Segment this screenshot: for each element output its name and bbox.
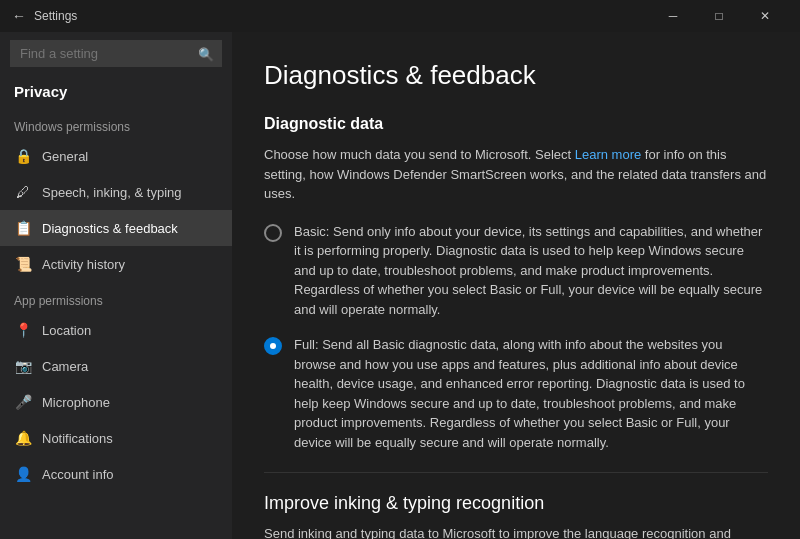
diagnostics-icon: 📋 — [14, 220, 32, 236]
location-icon: 📍 — [14, 322, 32, 338]
back-button[interactable]: ← — [12, 8, 26, 24]
minimize-button[interactable]: ─ — [650, 0, 696, 32]
main-content: Diagnostics & feedback Diagnostic data C… — [232, 32, 800, 539]
sidebar-item-label-general: General — [42, 149, 88, 164]
camera-icon: 📷 — [14, 358, 32, 374]
section1-desc: Choose how much data you send to Microso… — [264, 145, 768, 204]
general-icon: 🔒 — [14, 148, 32, 164]
title-bar-left: ← Settings — [12, 8, 77, 24]
account-icon: 👤 — [14, 466, 32, 482]
sidebar-item-label-location: Location — [42, 323, 91, 338]
sidebar-item-microphone[interactable]: 🎤 Microphone — [0, 384, 232, 420]
title-bar-controls: ─ □ ✕ — [650, 0, 788, 32]
sidebar-item-label-diagnostics: Diagnostics & feedback — [42, 221, 178, 236]
notifications-icon: 🔔 — [14, 430, 32, 446]
section1-title: Diagnostic data — [264, 115, 768, 133]
sidebar-item-label-account: Account info — [42, 467, 114, 482]
sidebar-item-general[interactable]: 🔒 General — [0, 138, 232, 174]
windows-permissions-label: Windows permissions — [0, 108, 232, 138]
section1-desc-text1: Choose how much data you send to Microso… — [264, 147, 575, 162]
app-body: 🔍 Privacy Windows permissions 🔒 General … — [0, 32, 800, 539]
sidebar-item-label-notifications: Notifications — [42, 431, 113, 446]
title-bar: ← Settings ─ □ ✕ — [0, 0, 800, 32]
sidebar-item-speech[interactable]: 🖊 Speech, inking, & typing — [0, 174, 232, 210]
sidebar-item-diagnostics[interactable]: 📋 Diagnostics & feedback — [0, 210, 232, 246]
sidebar-item-label-speech: Speech, inking, & typing — [42, 185, 181, 200]
sidebar-item-camera[interactable]: 📷 Camera — [0, 348, 232, 384]
learn-more-link[interactable]: Learn more — [575, 147, 641, 162]
sidebar-item-label-microphone: Microphone — [42, 395, 110, 410]
radio-basic-option[interactable]: Basic: Send only info about your device,… — [264, 222, 768, 320]
sidebar: 🔍 Privacy Windows permissions 🔒 General … — [0, 32, 232, 539]
radio-full-text: Full: Send all Basic diagnostic data, al… — [294, 335, 768, 452]
maximize-button[interactable]: □ — [696, 0, 742, 32]
radio-full-circle[interactable] — [264, 337, 282, 355]
radio-basic-text: Basic: Send only info about your device,… — [294, 222, 768, 320]
close-button[interactable]: ✕ — [742, 0, 788, 32]
title-bar-title: Settings — [34, 9, 77, 23]
sidebar-item-label-activity: Activity history — [42, 257, 125, 272]
radio-basic-circle[interactable] — [264, 224, 282, 242]
sidebar-item-account[interactable]: 👤 Account info — [0, 456, 232, 492]
search-box[interactable]: 🔍 — [10, 40, 222, 67]
back-icon: ← — [12, 8, 26, 24]
sidebar-item-notifications[interactable]: 🔔 Notifications — [0, 420, 232, 456]
page-title: Diagnostics & feedback — [264, 60, 768, 91]
speech-icon: 🖊 — [14, 184, 32, 200]
microphone-icon: 🎤 — [14, 394, 32, 410]
section2-title: Improve inking & typing recognition — [264, 493, 768, 514]
app-permissions-label: App permissions — [0, 282, 232, 312]
radio-full-option[interactable]: Full: Send all Basic diagnostic data, al… — [264, 335, 768, 452]
sidebar-item-activity[interactable]: 📜 Activity history — [0, 246, 232, 282]
divider — [264, 472, 768, 473]
sidebar-privacy-title: Privacy — [0, 75, 232, 108]
section2-desc: Send inking and typing data to Microsoft… — [264, 524, 768, 539]
sidebar-item-label-camera: Camera — [42, 359, 88, 374]
search-input[interactable] — [10, 40, 222, 67]
sidebar-item-location[interactable]: 📍 Location — [0, 312, 232, 348]
search-icon: 🔍 — [198, 46, 214, 61]
activity-icon: 📜 — [14, 256, 32, 272]
